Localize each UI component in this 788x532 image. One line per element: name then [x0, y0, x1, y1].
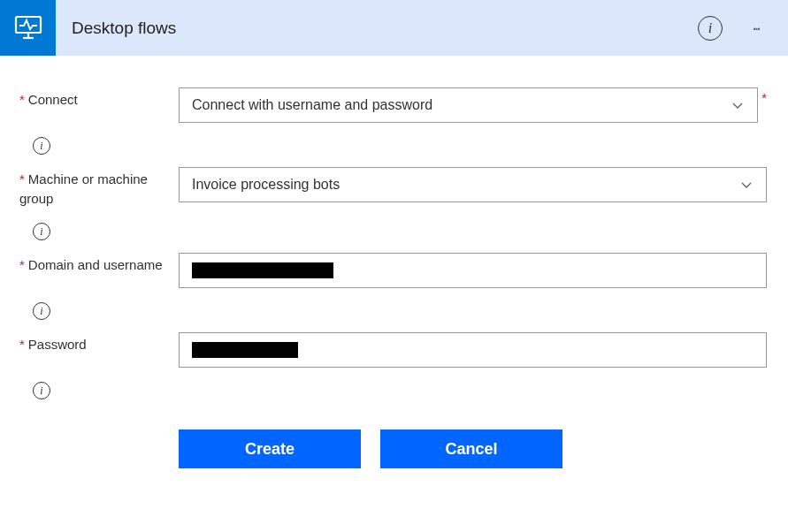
password-info-button[interactable]: i	[33, 382, 50, 399]
connect-select-value: Connect with username and password	[192, 97, 432, 113]
info-icon: i	[40, 225, 42, 239]
desktop-flows-tile	[0, 0, 56, 56]
redacted-value	[192, 342, 298, 358]
connect-select[interactable]: Connect with username and password	[179, 87, 758, 123]
more-options-button[interactable]: ···	[742, 18, 769, 38]
page-title: Desktop flows	[72, 19, 176, 38]
monitor-flow-icon	[11, 11, 45, 45]
create-button[interactable]: Create	[179, 429, 361, 468]
connect-info-button[interactable]: i	[33, 137, 50, 155]
machine-select-value: Invoice processing bots	[192, 177, 340, 193]
machine-select[interactable]: Invoice processing bots	[179, 167, 767, 202]
domain-info-button[interactable]: i	[33, 302, 50, 320]
password-label: *Password	[19, 332, 179, 354]
redacted-value	[192, 262, 333, 278]
cancel-button[interactable]: Cancel	[380, 429, 562, 468]
info-icon: i	[40, 305, 42, 318]
machine-label: *Machine or machine group	[19, 167, 179, 209]
password-input[interactable]	[179, 332, 767, 368]
machine-info-button[interactable]: i	[33, 223, 50, 240]
domain-username-input[interactable]	[179, 253, 767, 288]
header-info-button[interactable]: i	[698, 16, 723, 41]
info-icon: i	[40, 384, 42, 398]
required-indicator: *	[761, 87, 767, 105]
chevron-down-icon	[739, 178, 754, 192]
connect-label: *Connect	[19, 87, 179, 110]
chevron-down-icon	[731, 98, 745, 112]
info-icon: i	[708, 20, 712, 36]
more-horizontal-icon: ···	[752, 18, 759, 38]
domain-username-label: *Domain and username	[19, 253, 179, 275]
info-icon: i	[40, 140, 42, 153]
